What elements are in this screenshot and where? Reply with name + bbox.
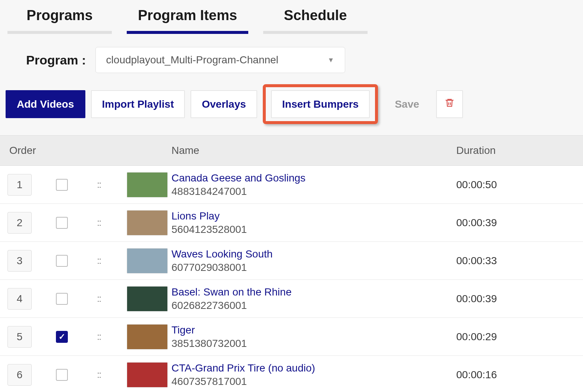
table-row: 3::Waves Looking South607702903800100:00…: [0, 242, 583, 280]
order-badge: 6: [7, 364, 32, 386]
thumbnail[interactable]: [127, 362, 168, 388]
item-id: 6026822736001: [171, 299, 456, 312]
duration-value: 00:00:50: [456, 179, 583, 191]
duration-value: 00:00:33: [456, 255, 583, 267]
drag-handle-icon[interactable]: ::: [97, 255, 127, 266]
item-id: 4607357817001: [171, 375, 456, 388]
highlight-insert-bumpers: Insert Bumpers: [263, 84, 378, 124]
item-title[interactable]: Canada Geese and Goslings: [171, 172, 456, 184]
item-title[interactable]: Waves Looking South: [171, 248, 456, 260]
chevron-down-icon: ▼: [328, 56, 334, 64]
order-badge: 5: [7, 326, 32, 348]
tabs: Programs Program Items Schedule: [0, 0, 583, 34]
overlays-button[interactable]: Overlays: [190, 90, 257, 118]
thumbnail[interactable]: [127, 324, 168, 350]
order-badge: 3: [7, 250, 32, 272]
table-body: 1::Canada Geese and Goslings488318424700…: [0, 166, 583, 392]
trash-icon: [444, 97, 455, 111]
order-badge: 4: [7, 288, 32, 310]
item-id: 3851380732001: [171, 337, 456, 350]
table-header: Order Name Duration: [0, 135, 583, 166]
insert-bumpers-button[interactable]: Insert Bumpers: [271, 90, 370, 118]
import-playlist-button[interactable]: Import Playlist: [91, 90, 185, 118]
row-checkbox[interactable]: [56, 217, 68, 229]
drag-handle-icon[interactable]: ::: [97, 293, 127, 304]
item-title[interactable]: Tiger: [171, 324, 456, 336]
duration-value: 00:00:29: [456, 331, 583, 343]
tab-schedule[interactable]: Schedule: [263, 4, 368, 34]
thumbnail[interactable]: [127, 210, 168, 235]
col-duration: Duration: [456, 145, 583, 157]
row-checkbox[interactable]: [56, 293, 68, 305]
thumbnail[interactable]: [127, 248, 168, 274]
toolbar: Add Videos Import Playlist Overlays Inse…: [0, 84, 583, 135]
col-name: Name: [171, 145, 456, 157]
save-button[interactable]: Save: [384, 90, 430, 118]
drag-handle-icon[interactable]: ::: [97, 217, 127, 228]
item-title[interactable]: CTA-Grand Prix Tire (no audio): [171, 362, 456, 374]
duration-value: 00:00:39: [456, 293, 583, 305]
program-select[interactable]: cloudplayout_Multi-Program-Channel ▼: [95, 47, 345, 73]
program-selected-value: cloudplayout_Multi-Program-Channel: [106, 54, 278, 66]
table-row: 4::Basel: Swan on the Rhine6026822736001…: [0, 280, 583, 318]
row-checkbox[interactable]: [56, 369, 68, 381]
order-badge: 1: [7, 174, 32, 196]
add-videos-button[interactable]: Add Videos: [6, 90, 85, 118]
table-row: 1::Canada Geese and Goslings488318424700…: [0, 166, 583, 204]
duration-value: 00:00:16: [456, 369, 583, 381]
item-id: 4883184247001: [171, 185, 456, 198]
item-title[interactable]: Lions Play: [171, 210, 456, 222]
drag-handle-icon[interactable]: ::: [97, 369, 127, 380]
row-checkbox[interactable]: [56, 255, 68, 267]
drag-handle-icon[interactable]: ::: [97, 179, 127, 190]
delete-button[interactable]: [436, 90, 463, 118]
tab-programs[interactable]: Programs: [7, 4, 112, 34]
table-row: 6::CTA-Grand Prix Tire (no audio)4607357…: [0, 356, 583, 392]
col-order: Order: [0, 145, 48, 157]
drag-handle-icon[interactable]: ::: [97, 331, 127, 342]
row-checkbox[interactable]: ✓: [56, 331, 68, 343]
program-selector-row: Program : cloudplayout_Multi-Program-Cha…: [0, 34, 583, 84]
order-badge: 2: [7, 212, 32, 234]
thumbnail[interactable]: [127, 286, 168, 312]
item-id: 6077029038001: [171, 261, 456, 274]
table-row: 2::Lions Play560412352800100:00:39: [0, 204, 583, 242]
tab-program-items[interactable]: Program Items: [127, 4, 248, 34]
duration-value: 00:00:39: [456, 217, 583, 229]
thumbnail[interactable]: [127, 172, 168, 197]
item-id: 5604123528001: [171, 223, 456, 236]
program-label: Program :: [26, 53, 86, 67]
table-row: 5✓::Tiger385138073200100:00:29: [0, 318, 583, 356]
row-checkbox[interactable]: [56, 179, 68, 191]
item-title[interactable]: Basel: Swan on the Rhine: [171, 286, 456, 298]
